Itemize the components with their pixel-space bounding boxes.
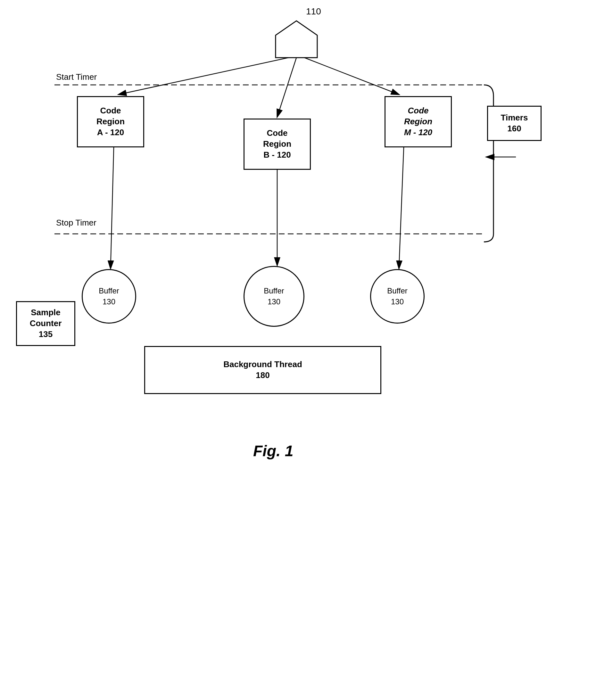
box-timers: Timers 160 — [487, 106, 542, 141]
label-start-timer: Start Timer — [56, 72, 97, 82]
arrow-110-to-a — [119, 58, 288, 94]
box-code-region-b: Code Region B - 120 — [244, 119, 311, 170]
buffer-right-text: Buffer 130 — [387, 286, 408, 307]
code-b-text: Code Region B - 120 — [263, 128, 291, 160]
code-a-text: Code Region A - 120 — [96, 105, 125, 138]
code-m-text: Code Region M - 120 — [404, 105, 432, 138]
buffer-left-text: Buffer 130 — [99, 286, 119, 307]
arrow-110-to-b — [277, 58, 296, 117]
box-background-thread: Background Thread 180 — [144, 346, 381, 394]
box-code-region-a: Code Region A - 120 — [77, 96, 144, 147]
arrow-a-to-buffer-left — [110, 147, 114, 268]
timers-text: Timers 160 — [501, 113, 528, 134]
sample-counter-text: Sample Counter 135 — [30, 307, 62, 340]
buffer-left: Buffer 130 — [82, 269, 136, 323]
arrow-m-to-buffer-right — [399, 147, 404, 268]
arrow-110-to-m — [304, 58, 399, 94]
diagram-container: 110 Start Timer Stop Timer Code Region A… — [0, 0, 613, 700]
shape-110 — [276, 21, 317, 58]
label-110: 110 — [306, 6, 321, 17]
box-code-region-m: Code Region M - 120 — [384, 96, 452, 147]
box-sample-counter: Sample Counter 135 — [16, 301, 75, 346]
label-fig: Fig. 1 — [253, 442, 293, 460]
buffer-center-text: Buffer 130 — [264, 286, 284, 307]
buffer-right: Buffer 130 — [370, 269, 425, 323]
label-stop-timer: Stop Timer — [56, 218, 96, 228]
buffer-center: Buffer 130 — [244, 266, 304, 327]
bg-thread-text: Background Thread 180 — [223, 359, 302, 381]
